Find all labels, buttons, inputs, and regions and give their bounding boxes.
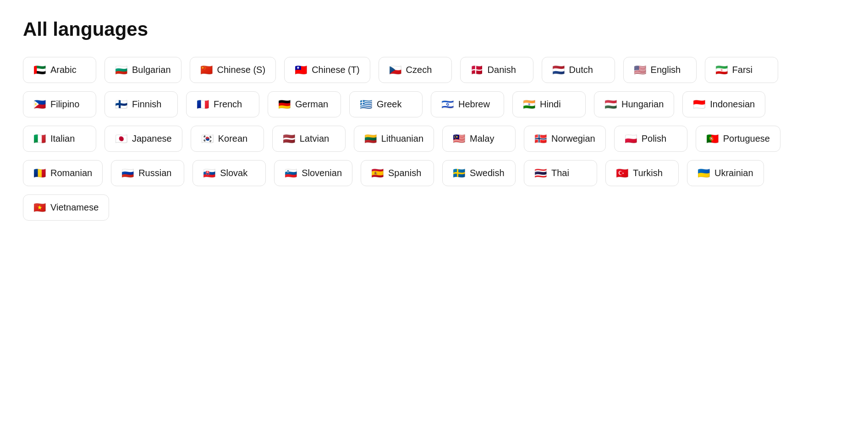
lithuanian-flag: 🇱🇹 — [364, 134, 377, 144]
language-item-english[interactable]: 🇺🇸English — [623, 57, 697, 83]
swedish-flag: 🇸🇪 — [453, 168, 465, 178]
language-item-slovak[interactable]: 🇸🇰Slovak — [192, 160, 266, 186]
danish-label: Danish — [488, 65, 516, 75]
language-item-greek[interactable]: 🇬🇷Greek — [349, 91, 423, 117]
russian-label: Russian — [138, 168, 171, 178]
slovak-label: Slovak — [220, 168, 247, 178]
latvian-flag: 🇱🇻 — [283, 134, 295, 144]
language-item-polish[interactable]: 🇵🇱Polish — [614, 126, 687, 152]
language-item-czech[interactable]: 🇨🇿Czech — [379, 57, 452, 83]
romanian-label: Romanian — [50, 168, 92, 178]
indonesian-flag: 🇮🇩 — [693, 100, 705, 110]
language-item-hungarian[interactable]: 🇭🇺Hungarian — [594, 91, 674, 117]
swedish-label: Swedish — [470, 168, 505, 178]
czech-label: Czech — [406, 65, 432, 75]
polish-flag: 🇵🇱 — [625, 134, 637, 144]
language-item-ukrainian[interactable]: 🇺🇦Ukrainian — [687, 160, 764, 186]
danish-flag: 🇩🇰 — [471, 65, 483, 75]
romanian-flag: 🇷🇴 — [33, 168, 46, 178]
language-item-norwegian[interactable]: 🇳🇴Norwegian — [524, 126, 606, 152]
hindi-flag: 🇮🇳 — [523, 100, 535, 110]
language-item-danish[interactable]: 🇩🇰Danish — [460, 57, 533, 83]
chinese-t-label: Chinese (T) — [312, 65, 359, 75]
languages-grid: 🇦🇪Arabic🇧🇬Bulgarian🇨🇳Chinese (S)🇹🇼Chines… — [23, 57, 845, 221]
language-item-korean[interactable]: 🇰🇷Korean — [191, 126, 264, 152]
ukrainian-label: Ukrainian — [714, 168, 753, 178]
norwegian-label: Norwegian — [551, 133, 595, 144]
language-item-chinese-t[interactable]: 🇹🇼Chinese (T) — [284, 57, 370, 83]
language-item-hebrew[interactable]: 🇮🇱Hebrew — [431, 91, 504, 117]
language-item-bulgarian[interactable]: 🇧🇬Bulgarian — [104, 57, 181, 83]
filipino-flag: 🇵🇭 — [33, 100, 46, 110]
spanish-label: Spanish — [388, 168, 421, 178]
language-item-turkish[interactable]: 🇹🇷Turkish — [605, 160, 679, 186]
indonesian-label: Indonesian — [710, 99, 755, 110]
language-item-vietnamese[interactable]: 🇻🇳Vietnamese — [23, 194, 109, 221]
japanese-label: Japanese — [132, 133, 172, 144]
dutch-flag: 🇳🇱 — [552, 65, 565, 75]
language-item-dutch[interactable]: 🇳🇱Dutch — [542, 57, 615, 83]
korean-label: Korean — [218, 133, 248, 144]
finnish-flag: 🇫🇮 — [115, 100, 127, 110]
french-label: French — [214, 99, 242, 110]
ukrainian-flag: 🇺🇦 — [698, 168, 710, 178]
vietnamese-flag: 🇻🇳 — [33, 203, 46, 213]
hindi-label: Hindi — [540, 99, 561, 110]
hungarian-flag: 🇭🇺 — [604, 100, 617, 110]
language-item-arabic[interactable]: 🇦🇪Arabic — [23, 57, 96, 83]
language-item-indonesian[interactable]: 🇮🇩Indonesian — [682, 91, 765, 117]
french-flag: 🇫🇷 — [197, 100, 209, 110]
chinese-t-flag: 🇹🇼 — [295, 65, 307, 75]
japanese-flag: 🇯🇵 — [115, 134, 127, 144]
language-item-romanian[interactable]: 🇷🇴Romanian — [23, 160, 103, 186]
greek-flag: 🇬🇷 — [360, 100, 372, 110]
language-item-hindi[interactable]: 🇮🇳Hindi — [512, 91, 586, 117]
language-item-french[interactable]: 🇫🇷French — [186, 91, 259, 117]
language-item-chinese-s[interactable]: 🇨🇳Chinese (S) — [190, 57, 276, 83]
russian-flag: 🇷🇺 — [121, 168, 134, 178]
english-flag: 🇺🇸 — [634, 65, 646, 75]
bulgarian-flag: 🇧🇬 — [115, 65, 127, 75]
language-item-swedish[interactable]: 🇸🇪Swedish — [442, 160, 516, 186]
language-item-italian[interactable]: 🇮🇹Italian — [23, 126, 96, 152]
greek-label: Greek — [377, 99, 401, 110]
portuguese-label: Portuguese — [723, 133, 770, 144]
language-item-russian[interactable]: 🇷🇺Russian — [111, 160, 184, 186]
vietnamese-label: Vietnamese — [50, 202, 99, 213]
language-item-latvian[interactable]: 🇱🇻Latvian — [272, 126, 346, 152]
slovenian-flag: 🇸🇮 — [285, 168, 297, 178]
lithuanian-label: Lithuanian — [381, 133, 423, 144]
language-item-malay[interactable]: 🇲🇾Malay — [442, 126, 516, 152]
bulgarian-label: Bulgarian — [132, 65, 171, 75]
spanish-flag: 🇪🇸 — [371, 168, 384, 178]
polish-label: Polish — [642, 133, 666, 144]
slovenian-label: Slovenian — [302, 168, 342, 178]
language-item-thai[interactable]: 🇹🇭Thai — [524, 160, 597, 186]
slovak-flag: 🇸🇰 — [203, 168, 215, 178]
hebrew-label: Hebrew — [458, 99, 490, 110]
language-item-finnish[interactable]: 🇫🇮Finnish — [104, 91, 178, 117]
language-item-filipino[interactable]: 🇵🇭Filipino — [23, 91, 96, 117]
turkish-flag: 🇹🇷 — [616, 168, 628, 178]
filipino-label: Filipino — [50, 99, 79, 110]
language-item-german[interactable]: 🇩🇪German — [268, 91, 341, 117]
korean-flag: 🇰🇷 — [201, 134, 214, 144]
language-item-slovenian[interactable]: 🇸🇮Slovenian — [274, 160, 352, 186]
language-item-portuguese[interactable]: 🇵🇹Portuguese — [696, 126, 780, 152]
hebrew-flag: 🇮🇱 — [441, 100, 454, 110]
czech-flag: 🇨🇿 — [389, 65, 401, 75]
finnish-label: Finnish — [132, 99, 161, 110]
english-label: English — [651, 65, 681, 75]
farsi-flag: 🇮🇷 — [715, 65, 728, 75]
language-item-lithuanian[interactable]: 🇱🇹Lithuanian — [354, 126, 434, 152]
turkish-label: Turkish — [633, 168, 663, 178]
portuguese-flag: 🇵🇹 — [706, 134, 719, 144]
language-item-farsi[interactable]: 🇮🇷Farsi — [705, 57, 778, 83]
norwegian-flag: 🇳🇴 — [534, 134, 547, 144]
malay-label: Malay — [470, 133, 494, 144]
language-item-spanish[interactable]: 🇪🇸Spanish — [361, 160, 434, 186]
chinese-s-label: Chinese (S) — [217, 65, 266, 75]
chinese-s-flag: 🇨🇳 — [200, 65, 213, 75]
arabic-flag: 🇦🇪 — [33, 65, 46, 75]
language-item-japanese[interactable]: 🇯🇵Japanese — [104, 126, 182, 152]
